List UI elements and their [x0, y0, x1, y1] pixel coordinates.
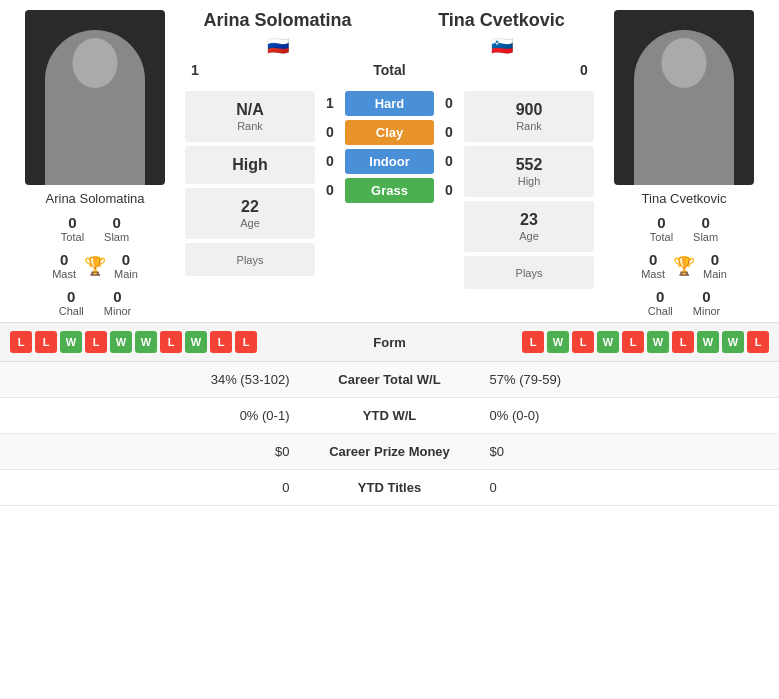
ytd-wl-left: 0% (0-1)	[15, 408, 310, 423]
surface-hard-row: 1 Hard 0	[320, 91, 459, 116]
surface-grass-row: 0 Grass 0	[320, 178, 459, 203]
right-chall-value: 0	[656, 288, 664, 305]
right-minor-value: 0	[702, 288, 710, 305]
left-plays-box: Plays	[185, 243, 315, 276]
left-mast-value: 0	[60, 251, 68, 268]
clay-button: Clay	[345, 120, 434, 145]
right-flag: 🇸🇮	[409, 35, 594, 57]
ytd-wl-center: YTD W/L	[310, 408, 470, 423]
right-badge-3: L	[572, 331, 594, 353]
left-flag: 🇷🇺	[185, 35, 370, 57]
titles-row: 0 YTD Titles 0	[0, 470, 779, 506]
left-player-title: Arina Solomatina	[185, 10, 370, 32]
right-top-stats: 0 Total 0 Slam	[650, 214, 718, 243]
total-left-score: 1	[185, 62, 205, 78]
left-slam-value: 0	[112, 214, 120, 231]
top-row: Arina Solomatina 0 Total 0 Slam 0 Mast 🏆	[0, 0, 779, 322]
right-chall-stat: 0 Chall	[648, 288, 673, 317]
left-mast-stat: 0 Mast	[52, 251, 76, 280]
right-plays-label: Plays	[472, 267, 586, 279]
left-high-value: High	[193, 156, 307, 174]
right-badge-8: W	[697, 331, 719, 353]
left-silhouette	[45, 30, 145, 185]
left-badge-6: W	[135, 331, 157, 353]
right-badge-2: W	[547, 331, 569, 353]
clay-left-score: 0	[320, 124, 340, 140]
right-player-title: Tina Cvetkovic	[409, 10, 594, 32]
left-badge-10: L	[235, 331, 257, 353]
left-top-stats: 0 Total 0 Slam	[61, 214, 129, 243]
right-player-header: Tina Cvetkovic 🇸🇮	[409, 10, 594, 57]
right-total-label: Total	[650, 231, 673, 243]
indoor-button: Indoor	[345, 149, 434, 174]
left-badge-4: L	[85, 331, 107, 353]
ytd-wl-right: 0% (0-0)	[470, 408, 765, 423]
left-badge-9: L	[210, 331, 232, 353]
left-bottom-stats: 0 Chall 0 Minor	[59, 288, 132, 317]
two-col-stats: N/A Rank High 22 Age Plays	[185, 91, 594, 289]
left-mast-label: Mast	[52, 268, 76, 280]
left-minor-stat: 0 Minor	[104, 288, 132, 317]
prize-left: $0	[15, 444, 310, 459]
left-plays-label: Plays	[193, 254, 307, 266]
left-chall-stat: 0 Chall	[59, 288, 84, 317]
left-stats-col: N/A Rank High 22 Age Plays	[185, 91, 315, 289]
form-label: Form	[350, 335, 430, 350]
left-rank-box: N/A Rank	[185, 91, 315, 142]
right-high-label: High	[472, 175, 586, 187]
left-chall-label: Chall	[59, 305, 84, 317]
grass-left-score: 0	[320, 182, 340, 198]
right-high-box: 552 High	[464, 146, 594, 197]
grass-right-score: 0	[439, 182, 459, 198]
hard-left-score: 1	[320, 95, 340, 111]
left-badge-2: L	[35, 331, 57, 353]
right-badge-6: W	[647, 331, 669, 353]
titles-right: 0	[470, 480, 765, 495]
left-form-badges: L L W L W W L W L L	[10, 331, 346, 353]
left-slam-stat: 0 Slam	[104, 214, 129, 243]
career-wl-right: 57% (79-59)	[470, 372, 765, 387]
right-age-label: Age	[472, 230, 586, 242]
right-mast-value: 0	[649, 251, 657, 268]
right-silhouette	[634, 30, 734, 185]
left-main-stat: 0 Main	[114, 251, 138, 280]
right-main-stat: 0 Main	[703, 251, 727, 280]
surfaces-col: 1 Hard 0 0 Clay 0 0 Indoor 0	[320, 91, 459, 289]
right-stats-col: 900 Rank 552 High 23 Age Plays	[464, 91, 594, 289]
hard-right-score: 0	[439, 95, 459, 111]
left-age-value: 22	[193, 198, 307, 216]
right-high-value: 552	[472, 156, 586, 174]
ytd-wl-row: 0% (0-1) YTD W/L 0% (0-0)	[0, 398, 779, 434]
total-line: 1 Total 0	[185, 62, 594, 78]
career-wl-center: Career Total W/L	[310, 372, 470, 387]
left-high-box: High	[185, 146, 315, 184]
left-rank-value: N/A	[193, 101, 307, 119]
surface-clay-row: 0 Clay 0	[320, 120, 459, 145]
left-age-label: Age	[193, 217, 307, 229]
right-badge-9: W	[722, 331, 744, 353]
left-badge-7: L	[160, 331, 182, 353]
stats-table: 34% (53-102) Career Total W/L 57% (79-59…	[0, 362, 779, 506]
left-player-col: Arina Solomatina 0 Total 0 Slam 0 Mast 🏆	[10, 10, 180, 317]
hard-button: Hard	[345, 91, 434, 116]
left-rank-label: Rank	[193, 120, 307, 132]
clay-right-score: 0	[439, 124, 459, 140]
right-total-stat: 0 Total	[650, 214, 673, 243]
right-avatar	[614, 10, 754, 185]
left-badge-5: W	[110, 331, 132, 353]
indoor-right-score: 0	[439, 153, 459, 169]
left-slam-label: Slam	[104, 231, 129, 243]
left-chall-value: 0	[67, 288, 75, 305]
right-player-col: Tina Cvetkovic 0 Total 0 Slam 0 Mast 🏆	[599, 10, 769, 317]
right-trophy-icon: 🏆	[673, 255, 695, 277]
right-bottom-stats: 0 Chall 0 Minor	[648, 288, 721, 317]
right-age-box: 23 Age	[464, 201, 594, 252]
right-main-value: 0	[711, 251, 719, 268]
left-badge-3: W	[60, 331, 82, 353]
right-badge-10: L	[747, 331, 769, 353]
grass-button: Grass	[345, 178, 434, 203]
right-rank-label: Rank	[472, 120, 586, 132]
right-plays-box: Plays	[464, 256, 594, 289]
left-trophy-icon: 🏆	[84, 255, 106, 277]
right-main-label: Main	[703, 268, 727, 280]
